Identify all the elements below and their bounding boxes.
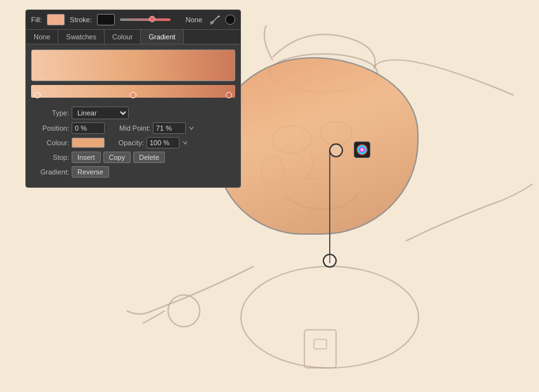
midpoint-dropdown-icon[interactable] [188, 125, 195, 131]
delete-button[interactable]: Delete [133, 152, 165, 163]
reverse-button[interactable]: Reverse [72, 166, 109, 178]
stop-buttons-row: Stop: Insert Copy Delete [31, 152, 235, 163]
type-select[interactable]: Linear Radial [72, 107, 129, 119]
svg-point-0 [241, 266, 419, 368]
stroke-slider[interactable] [120, 18, 171, 21]
stroke-slider-thumb [149, 16, 155, 22]
copy-button[interactable]: Copy [103, 152, 131, 163]
stroke-slider-container [120, 18, 178, 21]
tab-colour[interactable]: Colour [105, 30, 141, 44]
gradient-control-point-bottom[interactable] [323, 254, 337, 268]
opacity-dropdown-icon[interactable] [182, 140, 188, 146]
midpoint-label: Mid Point: [107, 124, 150, 132]
svg-point-10 [360, 148, 364, 152]
fill-swatch[interactable] [47, 14, 65, 25]
stroke-swatch[interactable] [97, 14, 115, 25]
opacity-label: Opacity: [107, 139, 144, 147]
tab-bar: None Swatches Colour Gradient [26, 30, 240, 44]
tab-swatches[interactable]: Swatches [58, 30, 105, 44]
svg-rect-7 [304, 330, 336, 368]
gradient-panel: Fill: Stroke: None None Swatches Colour … [25, 10, 241, 188]
svg-line-2 [143, 311, 165, 323]
position-label: Position: [31, 124, 69, 132]
stop-handle-right[interactable] [226, 92, 232, 98]
gradient-label: Gradient: [31, 168, 69, 176]
stroke-label: Stroke: [70, 16, 92, 23]
type-label: Type: [31, 109, 69, 117]
tab-gradient[interactable]: Gradient [141, 30, 183, 44]
svg-point-1 [168, 295, 200, 327]
black-circle-swatch[interactable] [225, 15, 235, 25]
color-picker-icon[interactable] [354, 141, 370, 158]
position-input[interactable] [72, 122, 105, 134]
face-shape [216, 57, 419, 235]
gradient-form: Type: Linear Radial Position: Mid Point:… [26, 103, 240, 187]
midpoint-input[interactable] [153, 122, 186, 134]
panel-topbar: Fill: Stroke: None [26, 10, 240, 30]
tab-none[interactable]: None [26, 30, 58, 44]
eyedropper-icon[interactable] [210, 15, 220, 25]
gradient-control-point-top[interactable] [329, 143, 343, 157]
gradient-reverse-row: Gradient: Reverse [31, 166, 235, 180]
opacity-input[interactable] [146, 137, 179, 148]
colour-opacity-row: Colour: Opacity: [31, 137, 235, 148]
gradient-stops-bar[interactable] [31, 85, 235, 98]
gradient-preview-bar[interactable] [31, 49, 235, 81]
stop-handle-left[interactable] [34, 92, 41, 98]
stop-label: Stop: [31, 154, 69, 161]
gradient-bar-container [31, 49, 235, 81]
colour-label: Colour: [31, 139, 69, 147]
type-row: Type: Linear Radial [31, 107, 235, 119]
svg-rect-8 [314, 339, 327, 349]
fill-label: Fill: [31, 16, 42, 23]
position-midpoint-row: Position: Mid Point: [31, 122, 235, 134]
stop-handle-mid[interactable] [130, 92, 136, 98]
gradient-preview-area [26, 44, 240, 103]
insert-button[interactable]: Insert [72, 152, 101, 163]
gradient-control-line [329, 149, 330, 263]
none-button[interactable]: None [183, 15, 205, 24]
colour-stop-swatch[interactable] [72, 138, 105, 148]
